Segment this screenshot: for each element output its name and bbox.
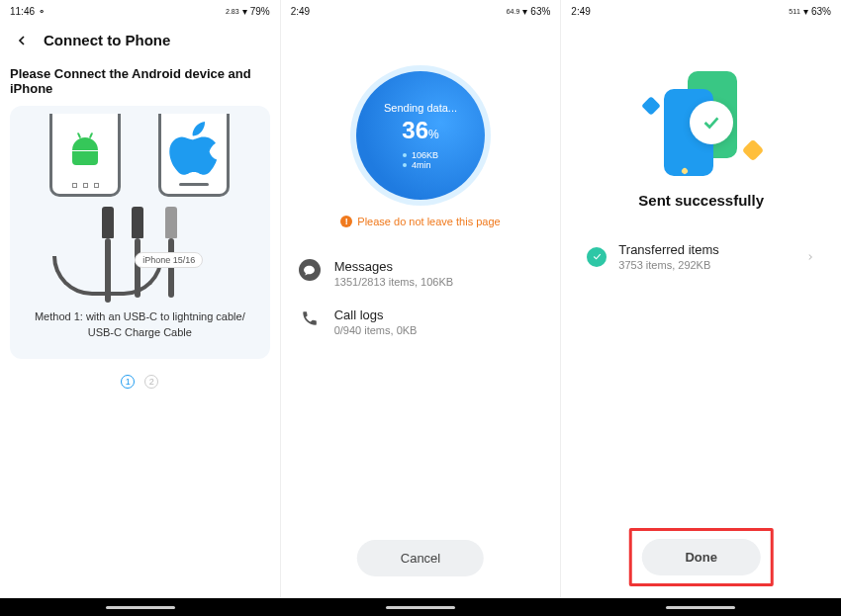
success-title: Sent successfully [638, 192, 764, 209]
sending-stats: 106KB 4min [403, 150, 438, 170]
screen-connect: 11:46 ⚬ 2.83 ▾ 79% Connect to Phone Plea… [0, 0, 280, 616]
list-item: Call logs 0/940 items, 0KB [295, 298, 547, 346]
page-title: Connect to Phone [44, 32, 170, 48]
row-title: Transferred items [618, 242, 794, 257]
transferred-items-row[interactable]: Transferred items 3753 items, 292KB [571, 230, 831, 283]
status-time: 2:49 [571, 6, 590, 17]
connection-illustration: iPhone 15/16 Method 1: with an USB-C to … [10, 106, 270, 359]
cables-illustration: iPhone 15/16 [18, 207, 262, 296]
bottom-nav [0, 598, 841, 616]
status-net: 64.9 [507, 8, 520, 15]
checkmark-icon [690, 101, 733, 144]
sending-label: Sending data... [384, 102, 457, 114]
status-bar: 2:49 511 ▾ 63% [561, 0, 841, 22]
row-subtitle: 3753 items, 292KB [618, 259, 794, 271]
item-title: Call logs [334, 308, 418, 322]
warning-icon: ! [340, 216, 352, 227]
status-time: 2:49 [291, 6, 310, 17]
pager-dot-1[interactable]: 1 [121, 375, 135, 389]
method-caption: Method 1: with an USB-C to lightning cab… [18, 309, 262, 341]
status-icons: ⚬ [38, 6, 47, 16]
done-button[interactable]: Done [641, 539, 761, 575]
iphone-icon [158, 114, 230, 197]
chevron-right-icon [805, 250, 815, 264]
pager: 1 2 [0, 375, 280, 389]
item-subtitle: 1351/2813 items, 106KB [334, 276, 453, 288]
status-bar: 11:46 ⚬ 2.83 ▾ 79% [0, 0, 280, 22]
wifi-icon: ▾ [803, 6, 808, 17]
page-subtitle: Please Connect the Android device and iP… [0, 58, 280, 106]
status-battery: 63% [811, 6, 831, 17]
sending-percent: 36% [402, 117, 438, 144]
item-title: Messages [334, 259, 453, 274]
status-net: 2.83 [226, 8, 239, 15]
status-battery: 79% [250, 6, 270, 17]
header: Connect to Phone [0, 22, 280, 58]
success-illustration [642, 71, 761, 180]
usb-c-plug-icon [132, 207, 143, 238]
lightning-plug-icon [165, 207, 177, 238]
back-icon[interactable] [14, 33, 30, 48]
warning-text: Please do not leave this page [357, 216, 500, 227]
item-subtitle: 0/940 items, 0KB [334, 324, 418, 336]
status-bar: 2:49 64.9 ▾ 63% [281, 0, 561, 22]
cancel-button[interactable]: Cancel [357, 540, 484, 576]
sending-progress: Sending data... 36% 106KB 4min ! Please … [281, 71, 561, 227]
wifi-icon: ▾ [242, 6, 247, 17]
progress-circle: Sending data... 36% 106KB 4min [356, 71, 485, 200]
done-highlight: Done [628, 528, 774, 586]
screen-sending: 2:49 64.9 ▾ 63% Sending data... 36% 106K… [280, 0, 561, 616]
wifi-icon: ▾ [522, 6, 527, 17]
status-time: 11:46 [10, 6, 35, 17]
success-block: Sent successfully [561, 71, 841, 209]
screen-success: 2:49 511 ▾ 63% Sent successfully Transfe… [560, 0, 841, 616]
status-battery: 63% [530, 6, 550, 17]
check-icon [587, 247, 607, 267]
transfer-list: Messages 1351/2813 items, 106KB Call log… [281, 249, 561, 346]
usb-c-plug-icon [102, 207, 114, 238]
calllogs-icon [299, 308, 321, 329]
status-net: 511 [789, 8, 800, 15]
pager-dot-2[interactable]: 2 [144, 375, 158, 389]
messages-icon [299, 259, 321, 281]
list-item: Messages 1351/2813 items, 106KB [295, 249, 547, 298]
android-phone-icon [49, 114, 121, 197]
warning-banner: ! Please do not leave this page [340, 216, 500, 227]
cable-label: iPhone 15/16 [135, 252, 203, 268]
